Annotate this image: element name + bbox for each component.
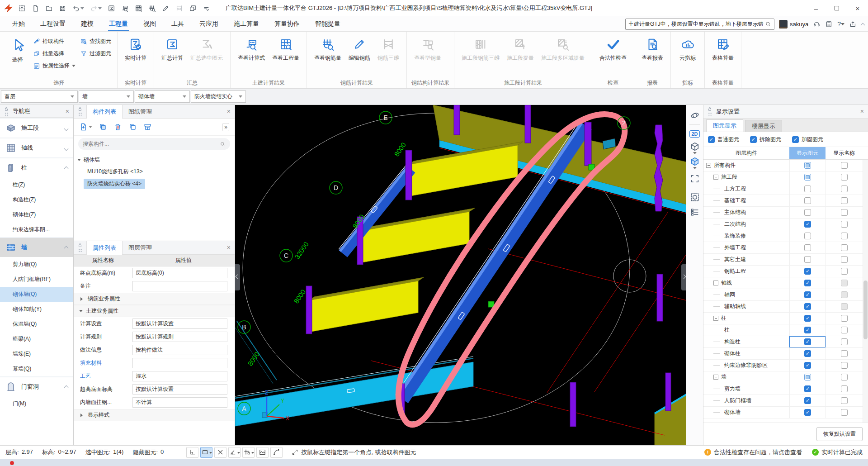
search-icon[interactable]: [765, 21, 771, 27]
arc-tool-button[interactable]: [270, 447, 283, 458]
show-element-cell[interactable]: [789, 371, 826, 383]
pin-lock-icon[interactable]: [77, 106, 83, 117]
ribbon-button-选择[interactable]: 选择: [5, 34, 30, 65]
displaylist-button[interactable]: [689, 206, 701, 218]
show-name-cell[interactable]: [826, 301, 863, 312]
ribbon-button-编辑钢筋[interactable]: 编辑钢筋: [346, 34, 373, 63]
show-name-cell[interactable]: [826, 160, 863, 171]
help-button[interactable]: ?: [837, 20, 844, 28]
angle-tool-button[interactable]: [228, 447, 241, 458]
maximize-button[interactable]: [826, 0, 847, 16]
ribbon-button-查看计算式[interactable]: 查看计算式: [235, 34, 268, 63]
checkbox[interactable]: [708, 136, 715, 143]
ribbon-button-查看工程量[interactable]: 查看工程量: [269, 34, 302, 63]
close-icon[interactable]: ×: [66, 108, 69, 114]
show-element-cell[interactable]: [789, 407, 826, 418]
show-element-cell[interactable]: [789, 383, 826, 395]
show-name-cell[interactable]: [826, 277, 863, 289]
show-element-cell[interactable]: [789, 324, 826, 336]
nav-item-约束边缘非阴...[interactable]: 约束边缘非阴...: [0, 222, 73, 237]
show-name-cell[interactable]: [826, 371, 863, 383]
show-name-cell[interactable]: [826, 266, 863, 277]
ribbon-tab-开始[interactable]: 开始: [5, 16, 33, 31]
show-element-cell[interactable]: [789, 230, 826, 242]
tablesearch-button[interactable]: [135, 5, 142, 12]
display-row-砌体墙[interactable]: 砌体墙: [703, 407, 868, 418]
nav-item-砌体墙(Q)[interactable]: 砌体墙(Q): [0, 287, 73, 302]
ribbon-tab-施工算量[interactable]: 施工算量: [226, 16, 267, 31]
show-name-cell[interactable]: [826, 254, 863, 265]
ribbon-button-拾取构件[interactable]: 拾取构件: [32, 35, 77, 48]
model-viewport[interactable]: E D C B A 2 8000 8000 32000 8000 8000 Z …: [235, 105, 686, 445]
show-name-cell[interactable]: [826, 242, 863, 253]
show-name-cell[interactable]: [826, 407, 863, 418]
display-row-其它土建[interactable]: 其它土建: [703, 254, 868, 266]
property-section-钢筋业务属性[interactable]: 钢筋业务属性: [74, 293, 235, 305]
ribbon-button-查看钢筋量[interactable]: 查看钢筋量: [311, 34, 344, 63]
reset-defaults-button[interactable]: 恢复默认设置: [816, 427, 863, 441]
ribbon-tab-算量协作[interactable]: 算量协作: [267, 16, 307, 31]
show-element-cell[interactable]: [789, 160, 826, 171]
collapse-right-drawer[interactable]: [681, 264, 686, 290]
display-row-轴网[interactable]: 轴网: [703, 289, 868, 301]
redo-button[interactable]: [90, 5, 102, 12]
close-button[interactable]: ×: [847, 0, 868, 16]
checkbox[interactable]: [792, 136, 799, 143]
show-element-cell[interactable]: [789, 219, 826, 230]
component-group[interactable]: 砌体墙: [77, 154, 231, 166]
collapse-icon[interactable]: [713, 281, 718, 285]
show-element-cell[interactable]: [789, 254, 826, 265]
more-tools-button[interactable]: »: [222, 123, 229, 131]
ribbon-tab-工具[interactable]: 工具: [164, 16, 192, 31]
ribbon-button-表格算量[interactable]: 表格算量: [709, 34, 736, 63]
ribbon-button-查看型钢量[interactable]: 查看型钢量: [411, 34, 444, 63]
bounds-button[interactable]: [689, 173, 701, 185]
nav-item-剪力墙(Q)[interactable]: 剪力墙(Q): [0, 257, 73, 272]
ribbon-tab-云应用[interactable]: 云应用: [192, 16, 226, 31]
ribbon-tab-建模[interactable]: 建模: [73, 16, 101, 31]
legality-warning[interactable]: !合法性检查存在问题，请点击查看: [704, 448, 802, 456]
nav-item-墙垛(E)[interactable]: 墙垛(E): [0, 347, 73, 361]
ribbon-button-云指标[interactable]: 云指标: [675, 34, 700, 63]
display-row-墙[interactable]: 墙: [703, 371, 868, 383]
show-name-cell[interactable]: [826, 183, 863, 195]
display-row-约束边缘非阴影区[interactable]: 约束边缘非阴影区: [703, 360, 868, 371]
close-icon[interactable]: ×: [227, 108, 231, 114]
property-value[interactable]: 按默认计算规则: [132, 332, 227, 342]
display-row-人防门框墙[interactable]: 人防门框墙: [703, 395, 868, 407]
calculator-icon[interactable]: [825, 20, 833, 28]
show-element-cell[interactable]: [789, 183, 826, 195]
show-name-cell[interactable]: [826, 171, 863, 183]
show-element-cell[interactable]: [789, 301, 826, 312]
ribbon-button-查找图元[interactable]: 查找图元: [79, 35, 113, 48]
show-name-cell[interactable]: [826, 230, 863, 242]
show-element-cell[interactable]: [789, 195, 826, 206]
property-value[interactable]: [132, 358, 227, 368]
ribbon-button-汇总计算[interactable]: 汇总计算: [159, 34, 186, 63]
rebar3d-button[interactable]: [175, 5, 183, 12]
cross-tool-button[interactable]: [214, 447, 226, 458]
rebarsearch-button[interactable]: [148, 5, 156, 12]
share-icon[interactable]: [849, 20, 857, 28]
filter-拆除图元[interactable]: 拆除图元: [750, 136, 781, 143]
type-combo[interactable]: 砌体墙: [135, 90, 190, 103]
switchwin-button[interactable]: [189, 5, 197, 12]
nav-section-轴线[interactable]: 轴线: [0, 138, 73, 157]
show-element-cell[interactable]: [789, 313, 826, 324]
ribbon-tab-工程量[interactable]: 工程量: [101, 16, 136, 31]
show-name-cell[interactable]: [826, 313, 863, 324]
property-value[interactable]: 层底标高(0): [132, 268, 227, 278]
show-name-cell[interactable]: [826, 383, 863, 395]
display-row-砌体柱[interactable]: 砌体柱: [703, 348, 868, 360]
ribbon-button-过滤图元[interactable]: 过滤图元: [79, 48, 113, 60]
close-icon[interactable]: ×: [227, 244, 231, 251]
view2d-button[interactable]: 2D: [689, 128, 701, 140]
nav-section-门窗洞[interactable]: 门窗洞: [0, 376, 73, 396]
nav-item-柱(Z)[interactable]: 柱(Z): [0, 177, 73, 192]
nav-item-砌体柱(Z)[interactable]: 砌体柱(Z): [0, 207, 73, 222]
display-row-基础工程[interactable]: 基础工程: [703, 195, 868, 207]
filter-加固图元[interactable]: 加固图元: [792, 136, 823, 143]
undo-button[interactable]: [72, 5, 84, 12]
isolate-button[interactable]: [689, 191, 701, 203]
newfile-button[interactable]: [32, 5, 39, 12]
